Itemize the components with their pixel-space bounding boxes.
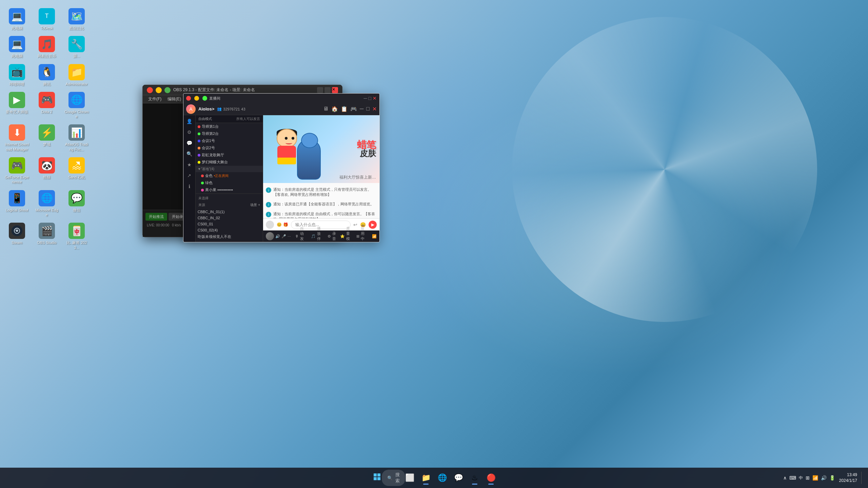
desktop-icon-computer[interactable]: 💻 此电脑: [3, 7, 31, 32]
desktop-icon-pc2[interactable]: 💻 此电脑: [3, 35, 31, 60]
taskview-btn[interactable]: ⬜: [402, 470, 417, 485]
desktop-icon-bilibili[interactable]: 📺 哔哩哔哩: [3, 63, 31, 88]
desktop-icon-music[interactable]: 🎵 网易云音乐: [33, 35, 60, 60]
desktop-icon-geforce[interactable]: 🎮 GeForce Experience: [3, 156, 31, 186]
stream-win-min[interactable]: ─: [364, 96, 367, 101]
room-cs2[interactable]: CS00_02(4): [196, 227, 263, 233]
emoji-btn[interactable]: 😊: [277, 222, 282, 227]
obs-win-max[interactable]: [324, 87, 331, 93]
desktop-icon-tool[interactable]: 🔧 源...: [63, 35, 90, 60]
stream-close-btn[interactable]: [186, 96, 191, 101]
stream-min-btn[interactable]: [194, 96, 199, 101]
desktop-icon-obs[interactable]: 🎬 OBS Studio: [33, 221, 60, 251]
obs-max-btn[interactable]: +: [164, 87, 171, 93]
tray-layout[interactable]: ⊞: [806, 475, 810, 481]
room-item-1[interactable]: 导师第1台: [196, 123, 263, 130]
send-button[interactable]: ▶: [369, 221, 377, 229]
stream-max-btn[interactable]: [202, 96, 207, 101]
desktop-icon-dota[interactable]: 🎮 Dota 2: [33, 90, 60, 121]
apps-btn[interactable]: ⊞ 应用中心: [356, 226, 368, 242]
room-cbbc1[interactable]: CBBC_IN_01(1): [196, 209, 263, 215]
desktop-icon-iqiyi[interactable]: ▶ 爱奇艺大师版: [3, 90, 31, 121]
room-item-luse[interactable]: 绿色: [196, 179, 263, 186]
obs-menu-file[interactable]: 文件(F): [145, 96, 164, 103]
nav-share-btn[interactable]: ↗: [184, 171, 194, 180]
edge-btn[interactable]: 🌐: [435, 470, 450, 485]
obs-taskbar-btn[interactable]: 🔴: [484, 470, 498, 485]
desktop-icon-mengyv[interactable]: ⚡ 梦域: [33, 123, 60, 153]
game-icon[interactable]: 🎮: [350, 106, 357, 112]
obs-close-btn[interactable]: ✕: [147, 87, 153, 93]
more-icon[interactable]: ⋯: [288, 235, 291, 238]
steam-taskbar-btn[interactable]: ♨: [467, 470, 482, 485]
nav-star-btn[interactable]: ★: [184, 160, 194, 169]
desktop-icon-wechat[interactable]: 💬 微信: [63, 189, 90, 219]
room-item-guoxiaoguo[interactable]: 果小果 ••••••••••••: [196, 186, 263, 194]
volume-icon[interactable]: 🔊: [275, 234, 280, 239]
signal-btn[interactable]: 📶: [372, 234, 377, 239]
tray-volume[interactable]: 🔊: [821, 475, 827, 481]
room-chifan[interactable]: 吃饭未领候觉人不在: [196, 233, 263, 240]
close-icon[interactable]: ✕: [372, 106, 377, 112]
explorer-btn[interactable]: 📁: [418, 470, 433, 485]
template-icon: ⭐: [340, 234, 345, 239]
wechat-btn[interactable]: 💬: [451, 470, 466, 485]
section-add[interactable]: 场景 +: [250, 203, 260, 207]
room-item-6[interactable]: 梦幻蝴蝶大舞台: [196, 159, 263, 166]
obs-win-min[interactable]: [317, 87, 323, 93]
room-item-active[interactable]: 金色 •正在房间: [196, 172, 263, 179]
room-lanzuan[interactable]: 蓝钻1号: [196, 240, 263, 242]
stream-win-max[interactable]: □: [369, 96, 371, 101]
room-item-5[interactable]: 彩虹龙歌舞厅: [196, 151, 263, 159]
tray-input[interactable]: 中: [799, 475, 803, 481]
screen-icon[interactable]: 🖥: [323, 106, 329, 112]
tray-battery[interactable]: 🔋: [829, 475, 835, 481]
room-cbbc2[interactable]: CBBC_IN_02: [196, 215, 263, 221]
tray-keyboard[interactable]: ⌨: [789, 475, 796, 481]
desktop-icon-tencent[interactable]: 🐧 腾讯: [33, 63, 60, 88]
start-streaming-btn[interactable]: 开始推流: [145, 213, 167, 221]
bgm-btn[interactable]: 🎵 播放伴奏: [311, 226, 323, 242]
nav-chat-btn[interactable]: 💬: [184, 138, 194, 148]
taskbar-search-btn[interactable]: 🔍 搜索: [386, 470, 401, 485]
nav-info-btn[interactable]: ℹ: [184, 182, 194, 191]
room-cs1[interactable]: CS00_01: [196, 221, 263, 227]
desktop-icon-steam[interactable]: Steam: [3, 221, 31, 251]
obs-menu-edit[interactable]: 编辑(E): [165, 96, 184, 103]
desktop-icon-edge[interactable]: 🌐 Microsoft Edge: [33, 189, 60, 219]
table-icon[interactable]: 📋: [341, 106, 348, 112]
recording-btn[interactable]: ⚙ 录音: [328, 231, 336, 241]
mic-icon[interactable]: 🎤: [281, 234, 286, 239]
minimize-icon[interactable]: ─: [360, 106, 363, 112]
gift-btn[interactable]: 🎁: [283, 222, 288, 227]
desktop-icon-atlas[interactable]: 📊 AtlasOS Trading Foc...: [63, 123, 90, 153]
obs-win-close[interactable]: ✕: [332, 87, 338, 93]
desktop-icon-chrome[interactable]: 🌐 Google Chrome: [63, 90, 90, 121]
maximize-icon[interactable]: □: [366, 106, 370, 112]
nav-settings-btn[interactable]: ⚙: [184, 127, 194, 137]
desktop-icon-sand[interactable]: 🏖 Sand 石机: [63, 156, 90, 186]
desktop-icon-folder[interactable]: 📁 Administrator: [63, 63, 90, 88]
show-desktop-btn[interactable]: [861, 472, 863, 484]
stream-win-close[interactable]: ✕: [373, 96, 377, 101]
nav-search-btn[interactable]: 🔍: [184, 149, 194, 159]
tray-arrow[interactable]: ∧: [783, 475, 787, 481]
room-item-4[interactable]: 会议2号: [196, 144, 263, 151]
tray-network[interactable]: 📶: [812, 475, 818, 481]
desktop-icon-idm[interactable]: ⬇ Internet Download Manager: [3, 123, 31, 153]
stream-user-avatar: [266, 232, 274, 240]
desktop-icon-mahjong[interactable]: 🀄 比..麻将 2023...: [63, 221, 90, 251]
nav-contacts-btn[interactable]: 👤: [184, 117, 194, 126]
desktop-icon-maps[interactable]: 🗺️ 图划云比: [63, 7, 90, 32]
desktop-icon-logical[interactable]: 📱 Logical Shout: [3, 189, 31, 219]
home-icon[interactable]: 🏠: [331, 106, 338, 112]
auto-speak-btn[interactable]: 🎙 自动发言: [295, 226, 307, 242]
desktop-icon-todesk[interactable]: T ToDesk: [33, 7, 60, 32]
desktop-icon-panda[interactable]: 🐼 熊猫: [33, 156, 60, 186]
time-display[interactable]: 13:49 2024/1/17: [839, 472, 857, 484]
room-item-2[interactable]: 导师第2台: [196, 130, 263, 137]
template-btn[interactable]: ⭐ 质量模板: [340, 226, 353, 242]
room-item-3[interactable]: 会议1号: [196, 137, 263, 144]
search-bar[interactable]: 🔍 搜索: [382, 470, 405, 486]
obs-min-btn[interactable]: −: [156, 87, 162, 93]
